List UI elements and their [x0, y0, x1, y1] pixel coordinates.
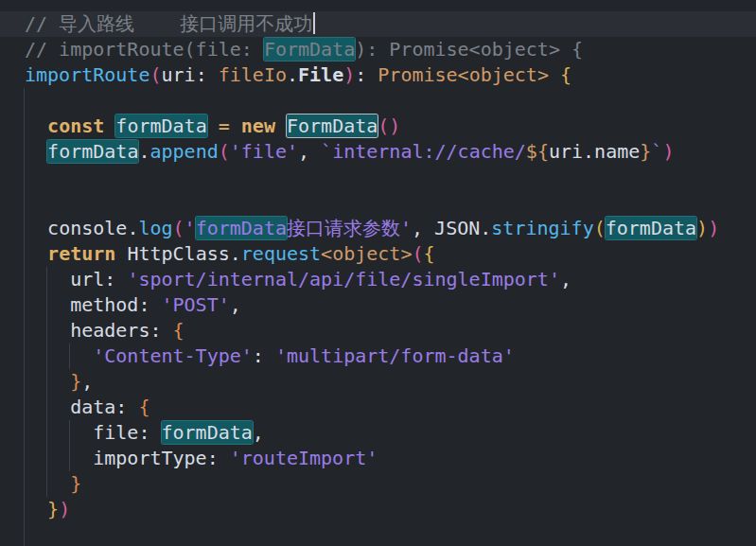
code-area[interactable]: // 导入路线 接口调用不成功// importRoute(file: Form…	[0, 11, 756, 546]
code-token: ,	[230, 293, 241, 316]
code-token: log	[138, 217, 172, 239]
code-token: ,	[412, 217, 434, 239]
highlighted-match: formData	[196, 217, 287, 239]
code-token: (	[219, 140, 230, 163]
code-token: method:	[25, 293, 162, 316]
code-token: importRoute	[25, 63, 149, 86]
code-line[interactable]: // importRoute(file: FormData): Promise<…	[0, 37, 756, 62]
code-line[interactable]	[0, 165, 756, 190]
code-token: request	[241, 242, 321, 265]
code-token: uri.name	[549, 140, 640, 163]
code-token: 'file'	[230, 140, 298, 163]
code-token: Promise<object>	[378, 63, 549, 86]
code-token: ()	[378, 114, 400, 137]
code-token: }	[47, 498, 59, 520]
code-token: new	[241, 114, 275, 137]
code-token: file:	[25, 421, 162, 444]
code-token	[207, 114, 219, 137]
code-token: stringify	[491, 217, 593, 239]
code-token: 'routeImport'	[230, 447, 378, 469]
code-editor[interactable]: // 导入路线 接口调用不成功// importRoute(file: Form…	[0, 0, 756, 546]
code-token: ): Promise<object> {	[355, 38, 583, 61]
highlighted-match: formData	[162, 421, 253, 444]
highlighted-match-active: FormData	[287, 114, 378, 137]
code-token	[25, 114, 47, 137]
code-token	[230, 114, 241, 137]
code-line[interactable]: console.log('formData接口请求参数', JSON.strin…	[0, 216, 756, 241]
code-token: :	[355, 63, 378, 86]
code-token	[25, 140, 47, 163]
code-token: )	[343, 63, 355, 86]
code-token: :	[253, 344, 275, 367]
code-line[interactable]: method: 'POST',	[0, 292, 756, 318]
code-token: `	[651, 140, 662, 163]
code-token	[25, 217, 47, 239]
code-line[interactable]: formData.append('file', `internal://cach…	[0, 139, 756, 165]
highlighted-match: FormData	[264, 38, 355, 61]
code-token: 'sport/internal/api/file/singleImport'	[127, 268, 560, 291]
code-line[interactable]: importType: 'routeImport'	[0, 446, 756, 471]
code-token: 'POST'	[162, 293, 230, 316]
code-token: )	[59, 498, 70, 520]
code-token: append	[149, 140, 218, 163]
code-token: (	[173, 217, 185, 239]
code-token: ,	[298, 140, 321, 163]
code-token: =	[219, 114, 230, 137]
highlighted-match: formData	[606, 217, 696, 239]
code-token	[275, 114, 287, 137]
code-token: (	[412, 242, 423, 265]
code-line[interactable]	[0, 190, 756, 216]
code-token: ${	[526, 140, 549, 163]
code-token: )	[696, 217, 708, 239]
code-token: url:	[25, 268, 127, 291]
code-token: const	[47, 114, 104, 137]
code-token: importType:	[25, 447, 230, 469]
code-token	[104, 114, 115, 137]
code-line[interactable]: },	[0, 369, 756, 395]
code-token: {	[138, 396, 149, 418]
code-token: '	[185, 217, 196, 239]
code-line[interactable]: data: {	[0, 395, 756, 420]
code-line-current[interactable]: // 导入路线 接口调用不成功	[0, 11, 756, 37]
code-token: :	[196, 63, 219, 86]
code-token	[25, 498, 47, 520]
code-token: return	[47, 242, 115, 265]
code-token: 'Content-Type'	[93, 344, 253, 367]
code-token: }	[70, 370, 81, 393]
code-token: {	[173, 319, 185, 342]
code-token: )	[662, 140, 674, 163]
code-token: 接口请求参数'	[287, 217, 412, 239]
code-token: headers:	[25, 319, 173, 342]
highlighted-match: formData	[115, 114, 206, 137]
code-line[interactable]: }	[0, 471, 756, 497]
code-token: }	[70, 472, 81, 495]
code-token: fileIo	[219, 63, 287, 86]
code-line[interactable]: 'Content-Type': 'multipart/form-data'	[0, 343, 756, 369]
code-token	[25, 370, 70, 393]
code-token: // importRoute(file:	[25, 38, 264, 61]
code-token: // 导入路线 接口调用不成功	[25, 12, 312, 35]
code-token: ,	[81, 370, 93, 393]
code-token	[25, 344, 93, 367]
code-line[interactable]: url: 'sport/internal/api/file/singleImpo…	[0, 267, 756, 292]
code-line[interactable]	[0, 88, 756, 114]
code-token: )	[708, 217, 719, 239]
code-token: .	[287, 63, 298, 86]
code-token: 'multipart/form-data'	[275, 344, 515, 367]
code-token: HttpClass.	[115, 242, 240, 265]
code-line[interactable]: importRoute(uri: fileIo.File): Promise<o…	[0, 62, 756, 88]
code-line[interactable]: file: formData,	[0, 420, 756, 446]
code-token: ,	[253, 421, 264, 444]
code-line[interactable]: const formData = new FormData()	[0, 114, 756, 139]
code-line[interactable]: headers: {	[0, 318, 756, 343]
code-token: .	[138, 140, 149, 163]
code-line[interactable]	[0, 522, 756, 546]
highlighted-match: formData	[47, 140, 138, 163]
code-token: }	[640, 140, 651, 163]
code-token	[25, 472, 70, 495]
code-token: <object>	[321, 242, 412, 265]
code-line[interactable]: return HttpClass.request<object>({	[0, 241, 756, 267]
code-token: console.	[47, 217, 138, 239]
code-token: ,	[560, 268, 571, 291]
code-line[interactable]: })	[0, 497, 756, 522]
